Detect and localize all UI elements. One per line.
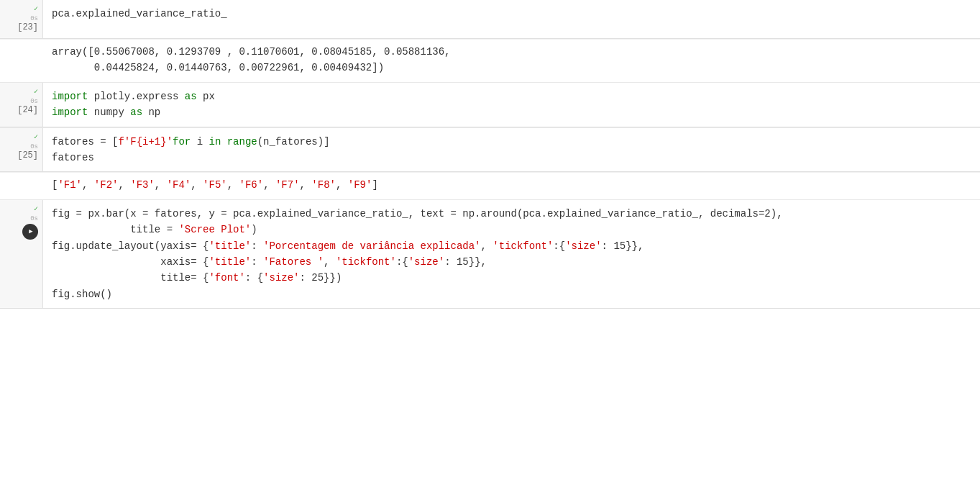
- notebook: ✓ 0s [23] pca.explained_variance_ratio_ …: [0, 0, 980, 498]
- cell-23-output-text: array([0.55067008, 0.1293709 , 0.1107060…: [52, 44, 971, 76]
- cell-26-content: fig = px.bar(x = fatores, y = pca.explai…: [43, 200, 980, 308]
- cell-25-output: ['F1', 'F2', 'F3', 'F4', 'F5', 'F6', 'F7…: [0, 172, 980, 199]
- cell-25-output-text: ['F1', 'F2', 'F3', 'F4', 'F5', 'F6', 'F7…: [52, 177, 971, 193]
- cell-23-label: [23]: [17, 22, 38, 32]
- run-button-26[interactable]: [22, 224, 38, 240]
- cell-25-gutter: ✓ 0s [25]: [0, 128, 43, 172]
- cell-26-input: fig = px.bar(x = fatores, y = pca.explai…: [52, 206, 971, 302]
- cell-23: ✓ 0s [23] pca.explained_variance_ratio_: [0, 0, 980, 39]
- cell-26-status: ✓: [34, 206, 38, 213]
- cell-24: ✓ 0s [24] import plotly.express as px im…: [0, 83, 980, 127]
- cell-26: ✓ 0s fig = px.bar(x = fatores, y = pca.e…: [0, 200, 980, 309]
- cell-23-gutter: ✓ 0s [23]: [0, 0, 43, 38]
- cell-23-output: array([0.55067008, 0.1293709 , 0.1107060…: [0, 39, 980, 82]
- cell-25-content: fatores = [f'F{i+1}'for i in range(n_fat…: [43, 128, 980, 172]
- cell-25-time: 0s: [30, 143, 38, 150]
- cell-26-time: 0s: [30, 215, 38, 222]
- empty-space: [0, 309, 980, 417]
- cell-24-label: [24]: [17, 105, 38, 115]
- cell-23-content: pca.explained_variance_ratio_: [43, 0, 980, 38]
- cell-25: ✓ 0s [25] fatores = [f'F{i+1}'for i in r…: [0, 128, 980, 173]
- cell-23-status: ✓: [34, 6, 38, 13]
- cell-25-input: fatores = [f'F{i+1}'for i in range(n_fat…: [52, 134, 971, 166]
- cell-24-status: ✓: [34, 89, 38, 96]
- cell-26-gutter: ✓ 0s: [0, 200, 43, 308]
- cell-24-gutter: ✓ 0s [24]: [0, 83, 43, 127]
- cell-24-content: import plotly.express as px import numpy…: [43, 83, 980, 127]
- cell-25-label: [25]: [17, 150, 38, 160]
- cell-23-input: pca.explained_variance_ratio_: [52, 6, 971, 22]
- cell-25-status: ✓: [34, 134, 38, 141]
- cell-23-time: 0s: [30, 15, 38, 22]
- cell-24-time: 0s: [30, 98, 38, 105]
- cell-24-input: import plotly.express as px import numpy…: [52, 89, 971, 121]
